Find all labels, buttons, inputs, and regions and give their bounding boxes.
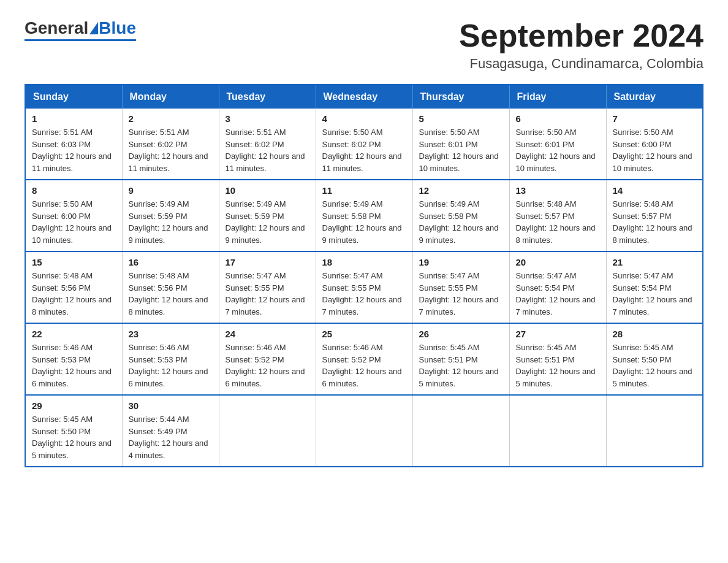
calendar-day-cell: [509, 395, 606, 467]
day-number: 25: [322, 329, 406, 339]
calendar-day-cell: 21 Sunrise: 5:47 AM Sunset: 5:54 PM Dayl…: [606, 251, 703, 323]
day-number: 13: [516, 185, 600, 196]
day-number: 7: [613, 113, 697, 124]
calendar-day-cell: 4 Sunrise: 5:50 AM Sunset: 6:02 PM Dayli…: [316, 109, 412, 180]
day-number: 14: [613, 185, 697, 196]
day-info: Sunrise: 5:49 AM Sunset: 5:59 PM Dayligh…: [129, 198, 213, 246]
calendar-week-row: 22 Sunrise: 5:46 AM Sunset: 5:53 PM Dayl…: [25, 323, 703, 395]
day-info: Sunrise: 5:48 AM Sunset: 5:56 PM Dayligh…: [32, 270, 116, 318]
day-number: 17: [226, 257, 309, 267]
day-number: 27: [516, 329, 600, 339]
day-info: Sunrise: 5:49 AM Sunset: 5:58 PM Dayligh…: [419, 198, 503, 246]
calendar-header-monday: Monday: [122, 85, 219, 109]
day-number: 18: [322, 257, 406, 267]
calendar-day-cell: 9 Sunrise: 5:49 AM Sunset: 5:59 PM Dayli…: [122, 180, 219, 251]
day-number: 8: [32, 185, 116, 196]
day-info: Sunrise: 5:49 AM Sunset: 5:58 PM Dayligh…: [322, 198, 406, 246]
day-info: Sunrise: 5:47 AM Sunset: 5:55 PM Dayligh…: [419, 270, 503, 318]
day-number: 19: [419, 257, 503, 267]
day-info: Sunrise: 5:45 AM Sunset: 5:50 PM Dayligh…: [32, 413, 116, 461]
day-info: Sunrise: 5:50 AM Sunset: 6:00 PM Dayligh…: [613, 126, 697, 174]
day-number: 1: [32, 113, 116, 124]
logo-underline: [25, 39, 136, 41]
day-number: 20: [516, 257, 600, 267]
calendar-day-cell: 16 Sunrise: 5:48 AM Sunset: 5:56 PM Dayl…: [122, 251, 219, 323]
calendar-day-cell: [219, 395, 316, 467]
calendar-week-row: 29 Sunrise: 5:45 AM Sunset: 5:50 PM Dayl…: [25, 395, 703, 467]
day-number: 4: [322, 113, 406, 124]
day-number: 23: [129, 329, 213, 339]
calendar-day-cell: 22 Sunrise: 5:46 AM Sunset: 5:53 PM Dayl…: [25, 323, 122, 395]
day-info: Sunrise: 5:51 AM Sunset: 6:03 PM Dayligh…: [32, 126, 116, 174]
day-info: Sunrise: 5:50 AM Sunset: 6:00 PM Dayligh…: [32, 198, 116, 246]
day-info: Sunrise: 5:50 AM Sunset: 6:01 PM Dayligh…: [516, 126, 600, 174]
calendar-header-row: SundayMondayTuesdayWednesdayThursdayFrid…: [25, 85, 703, 109]
calendar-day-cell: 30 Sunrise: 5:44 AM Sunset: 5:49 PM Dayl…: [122, 395, 219, 467]
day-info: Sunrise: 5:47 AM Sunset: 5:54 PM Dayligh…: [516, 270, 600, 318]
day-info: Sunrise: 5:47 AM Sunset: 5:54 PM Dayligh…: [613, 270, 697, 318]
calendar-day-cell: 29 Sunrise: 5:45 AM Sunset: 5:50 PM Dayl…: [25, 395, 122, 467]
calendar-day-cell: 28 Sunrise: 5:45 AM Sunset: 5:50 PM Dayl…: [606, 323, 703, 395]
calendar-day-cell: 10 Sunrise: 5:49 AM Sunset: 5:59 PM Dayl…: [219, 180, 316, 251]
calendar-day-cell: 1 Sunrise: 5:51 AM Sunset: 6:03 PM Dayli…: [25, 109, 122, 180]
calendar-day-cell: 14 Sunrise: 5:48 AM Sunset: 5:57 PM Dayl…: [606, 180, 703, 251]
calendar-header-wednesday: Wednesday: [316, 85, 412, 109]
header: General Blue September 2024 Fusagasuga, …: [25, 18, 703, 72]
day-number: 24: [226, 329, 309, 339]
day-info: Sunrise: 5:51 AM Sunset: 6:02 PM Dayligh…: [226, 126, 309, 174]
calendar-header-thursday: Thursday: [412, 85, 509, 109]
calendar-day-cell: 23 Sunrise: 5:46 AM Sunset: 5:53 PM Dayl…: [122, 323, 219, 395]
day-info: Sunrise: 5:47 AM Sunset: 5:55 PM Dayligh…: [322, 270, 406, 318]
subtitle: Fusagasuga, Cundinamarca, Colombia: [459, 56, 703, 72]
calendar-day-cell: 11 Sunrise: 5:49 AM Sunset: 5:58 PM Dayl…: [316, 180, 412, 251]
calendar-week-row: 8 Sunrise: 5:50 AM Sunset: 6:00 PM Dayli…: [25, 180, 703, 251]
day-info: Sunrise: 5:48 AM Sunset: 5:57 PM Dayligh…: [613, 198, 697, 246]
day-info: Sunrise: 5:51 AM Sunset: 6:02 PM Dayligh…: [129, 126, 213, 174]
day-info: Sunrise: 5:46 AM Sunset: 5:53 PM Dayligh…: [129, 342, 213, 389]
day-number: 16: [129, 257, 213, 267]
day-info: Sunrise: 5:45 AM Sunset: 5:51 PM Dayligh…: [419, 342, 503, 389]
calendar-day-cell: 27 Sunrise: 5:45 AM Sunset: 5:51 PM Dayl…: [509, 323, 606, 395]
day-number: 21: [613, 257, 697, 267]
calendar-header-sunday: Sunday: [25, 85, 122, 109]
calendar-day-cell: [412, 395, 509, 467]
calendar-day-cell: 6 Sunrise: 5:50 AM Sunset: 6:01 PM Dayli…: [509, 109, 606, 180]
calendar-day-cell: 15 Sunrise: 5:48 AM Sunset: 5:56 PM Dayl…: [25, 251, 122, 323]
main-title: September 2024: [459, 18, 703, 53]
title-area: September 2024 Fusagasuga, Cundinamarca,…: [459, 18, 703, 72]
calendar-header-saturday: Saturday: [606, 85, 703, 109]
calendar-day-cell: 2 Sunrise: 5:51 AM Sunset: 6:02 PM Dayli…: [122, 109, 219, 180]
calendar-day-cell: 5 Sunrise: 5:50 AM Sunset: 6:01 PM Dayli…: [412, 109, 509, 180]
day-number: 26: [419, 329, 503, 339]
calendar-day-cell: 12 Sunrise: 5:49 AM Sunset: 5:58 PM Dayl…: [412, 180, 509, 251]
day-info: Sunrise: 5:48 AM Sunset: 5:56 PM Dayligh…: [129, 270, 213, 318]
day-info: Sunrise: 5:47 AM Sunset: 5:55 PM Dayligh…: [226, 270, 309, 318]
day-number: 9: [129, 185, 213, 196]
day-info: Sunrise: 5:45 AM Sunset: 5:51 PM Dayligh…: [516, 342, 600, 389]
day-number: 6: [516, 113, 600, 124]
calendar-day-cell: 20 Sunrise: 5:47 AM Sunset: 5:54 PM Dayl…: [509, 251, 606, 323]
day-number: 30: [129, 400, 213, 411]
calendar-day-cell: [316, 395, 412, 467]
logo-general: General: [25, 18, 88, 38]
calendar-day-cell: 26 Sunrise: 5:45 AM Sunset: 5:51 PM Dayl…: [412, 323, 509, 395]
calendar-day-cell: [606, 395, 703, 467]
calendar-day-cell: 17 Sunrise: 5:47 AM Sunset: 5:55 PM Dayl…: [219, 251, 316, 323]
day-number: 29: [32, 400, 116, 411]
calendar-day-cell: 24 Sunrise: 5:46 AM Sunset: 5:52 PM Dayl…: [219, 323, 316, 395]
day-number: 11: [322, 185, 406, 196]
calendar-day-cell: 25 Sunrise: 5:46 AM Sunset: 5:52 PM Dayl…: [316, 323, 412, 395]
day-number: 2: [129, 113, 213, 124]
calendar-day-cell: 7 Sunrise: 5:50 AM Sunset: 6:00 PM Dayli…: [606, 109, 703, 180]
day-number: 3: [226, 113, 309, 124]
calendar-header-tuesday: Tuesday: [219, 85, 316, 109]
day-info: Sunrise: 5:48 AM Sunset: 5:57 PM Dayligh…: [516, 198, 600, 246]
day-number: 5: [419, 113, 503, 124]
logo-blue: Blue: [99, 18, 136, 38]
logo-triangle-icon: [89, 22, 98, 34]
calendar-day-cell: 8 Sunrise: 5:50 AM Sunset: 6:00 PM Dayli…: [25, 180, 122, 251]
calendar-day-cell: 18 Sunrise: 5:47 AM Sunset: 5:55 PM Dayl…: [316, 251, 412, 323]
day-info: Sunrise: 5:49 AM Sunset: 5:59 PM Dayligh…: [226, 198, 309, 246]
day-number: 22: [32, 329, 116, 339]
logo: General Blue: [25, 18, 136, 41]
